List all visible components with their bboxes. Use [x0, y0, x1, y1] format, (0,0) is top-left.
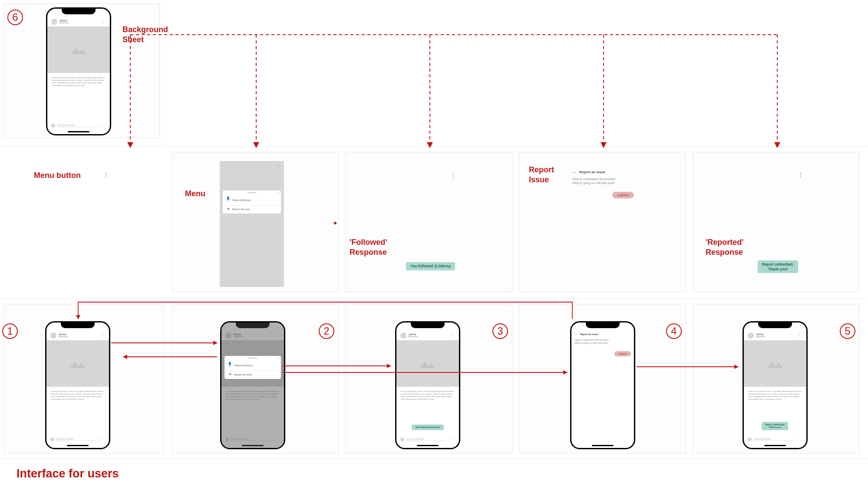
comment-bar: Post your comment... ☺ ♡: [51, 124, 106, 128]
phone-6: Johnny@Johnny ⋮ Lorem ipsum dolor sit am…: [46, 7, 111, 135]
report-description: Help us understand the problem: What is …: [572, 177, 634, 185]
label-reported-response: 'Reported' Response: [706, 237, 744, 257]
drag-handle-icon[interactable]: [248, 358, 257, 359]
toast-reported: Report submitted. Thank you!: [758, 260, 798, 273]
back-icon[interactable]: ←: [574, 332, 578, 336]
label-report-issue: Report Issue: [529, 165, 554, 184]
label-interface-for-users: Interface for users: [17, 467, 119, 481]
label-background-sheet: Background Sheet: [122, 25, 168, 44]
step-2: 2: [319, 323, 334, 339]
more-icon[interactable]: ⋮: [101, 20, 105, 24]
menu-item-label: Follow @Johnny: [232, 199, 251, 201]
phone-3: Johnny@Johnny⋮ Lorem ipsum dolor sit ame…: [395, 321, 460, 449]
menu-follow[interactable]: 👤⁺ Follow @Johnny: [223, 195, 281, 205]
svg-marker-3: [77, 363, 86, 368]
reaction-icons[interactable]: ☺ ♡: [98, 438, 105, 441]
submit-button[interactable]: submit: [614, 351, 631, 356]
post-body: Lorem ipsum dolor sit amet, consectetur …: [47, 73, 110, 90]
tile-r1-c3: [345, 152, 512, 292]
post-body: Lorem ipsum dolor sit amet, consectetur …: [46, 387, 109, 404]
label-menu: Menu: [185, 189, 205, 199]
phone-2: Johnny@Johnny⋮ Lorem ipsum dolor sit ame…: [220, 321, 285, 449]
home-bar: [68, 131, 89, 132]
phone-5: Johnny@Johnny⋮ Lorem ipsum dolor sit ame…: [743, 321, 808, 449]
avatar[interactable]: [50, 332, 56, 339]
report-issue-panel: ← Report an issue Help us understand the…: [572, 170, 634, 198]
more-icon[interactable]: ⋮: [798, 172, 803, 178]
avatar[interactable]: [51, 19, 57, 25]
step-5: 5: [840, 323, 855, 339]
context-menu: x 👤⁺Follow @Johnny ⚑Report this post: [224, 356, 281, 379]
label-followed-response: 'Followed' Response: [350, 237, 387, 257]
toast-followed: You followed @Johnny: [412, 424, 444, 430]
post-author: Johnny@Johnny: [59, 20, 69, 24]
more-icon[interactable]: ⋮: [275, 333, 279, 338]
phone-1: Johnny@Johnny⋮ Lorem ipsum dolor sit ame…: [45, 321, 110, 449]
back-icon[interactable]: ←: [572, 170, 577, 174]
close-icon[interactable]: x: [277, 357, 279, 359]
drag-handle-icon[interactable]: [247, 192, 257, 193]
step-6: 6: [7, 10, 23, 25]
more-icon[interactable]: ⋮: [451, 172, 456, 178]
label-menu-button: Menu button: [34, 171, 81, 181]
menu-sheet-preview: ⋮ x 👤⁺ Follow @Johnny ⚑ Report this post: [220, 161, 284, 287]
report-title-row: ← Report an issue: [572, 170, 634, 174]
report-issue-panel: ←Report an issue Help us understand the …: [574, 332, 631, 356]
mountains-icon: [69, 359, 86, 369]
menu-item-label: Report this post: [232, 208, 250, 211]
more-icon[interactable]: ⋮: [450, 333, 454, 338]
step-1: 1: [2, 323, 18, 339]
user-plus-icon: 👤⁺: [228, 362, 232, 369]
flag-icon: ⚑: [226, 207, 230, 211]
toast-followed: You followed @Johnny: [406, 262, 455, 270]
menu-report[interactable]: ⚑Report this post: [224, 371, 281, 378]
menu-report[interactable]: ⚑ Report this post: [223, 205, 281, 213]
svg-marker-7: [427, 363, 436, 368]
more-icon[interactable]: ⋮: [276, 164, 281, 168]
step-3: 3: [492, 323, 508, 339]
more-icon[interactable]: ⋮: [100, 333, 104, 338]
menu-follow[interactable]: 👤⁺Follow @Johnny: [224, 360, 281, 371]
close-icon[interactable]: x: [277, 191, 279, 194]
svg-marker-1: [78, 49, 86, 54]
toast-reported: Report submitted. Thank you!: [762, 422, 788, 430]
post-image-placeholder: [47, 26, 110, 73]
comment-input[interactable]: Post your comment...: [56, 438, 96, 441]
post-header: Johnny@Johnny ⋮: [47, 17, 110, 26]
context-menu: x 👤⁺ Follow @Johnny ⚑ Report this post: [223, 191, 281, 214]
mountains-icon: [70, 45, 87, 55]
reaction-icons[interactable]: ☺ ♡: [99, 124, 106, 127]
phone-4: ←Report an issue Help us understand the …: [570, 321, 635, 449]
step-4: 4: [666, 323, 682, 339]
more-icon[interactable]: ⋮: [797, 333, 801, 338]
comment-input[interactable]: Post your comment...: [57, 124, 97, 127]
more-icon[interactable]: ⋮: [103, 172, 109, 178]
avatar-small: [51, 124, 55, 128]
report-title: Report an issue: [579, 170, 605, 174]
user-plus-icon: 👤⁺: [226, 197, 230, 204]
submit-button[interactable]: submit: [612, 192, 634, 198]
post-image-placeholder: [46, 340, 109, 387]
flag-icon: ⚑: [228, 373, 232, 376]
svg-marker-9: [774, 363, 783, 368]
